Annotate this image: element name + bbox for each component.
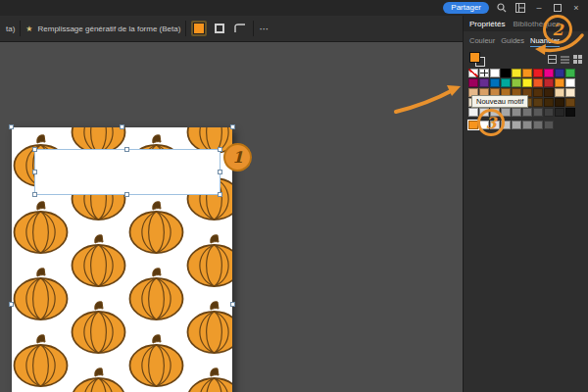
swatch[interactable]	[565, 78, 575, 87]
swatch[interactable]	[565, 98, 575, 107]
swatch[interactable]	[479, 78, 489, 87]
swatch[interactable]	[512, 108, 521, 117]
swatch[interactable]	[555, 69, 564, 77]
swatch[interactable]	[533, 69, 543, 77]
stroke-options-button[interactable]	[232, 21, 248, 36]
pattern-swatch[interactable]	[544, 121, 554, 129]
selection-handle[interactable]	[9, 124, 14, 129]
swatch[interactable]	[479, 69, 489, 77]
generative-fill-icon: ★	[25, 24, 32, 33]
annotation-step-3: 3	[477, 109, 505, 136]
divider	[20, 21, 21, 36]
list-view-icon[interactable]	[561, 55, 569, 64]
fill-color-button[interactable]	[191, 21, 207, 36]
restore-icon[interactable]	[552, 2, 564, 14]
tab-color[interactable]: Couleur	[469, 36, 495, 47]
grid-view-icon[interactable]	[573, 55, 582, 64]
annotation-step-2: 2	[543, 15, 572, 44]
swatch[interactable]	[533, 88, 543, 97]
minimize-icon[interactable]: –	[533, 2, 545, 14]
selection-handle[interactable]	[32, 192, 37, 197]
swatch-view-icons	[548, 55, 582, 64]
control-bar: ta) ★ Remplissage génératif de la forme …	[0, 16, 463, 42]
swatch[interactable]	[490, 78, 500, 87]
divider	[185, 21, 186, 36]
selection-handle[interactable]	[32, 147, 37, 152]
swatch[interactable]	[565, 108, 575, 117]
selection-handle[interactable]	[218, 192, 222, 197]
swatch[interactable]	[522, 78, 532, 87]
selection-handle[interactable]	[230, 124, 235, 129]
white-rectangle[interactable]	[34, 149, 220, 195]
swatch-toolbar	[464, 49, 588, 67]
swatch[interactable]	[512, 69, 521, 77]
swatch-grid	[464, 67, 588, 117]
pattern-swatch[interactable]	[522, 121, 532, 129]
swatch[interactable]	[565, 69, 575, 77]
stroke-color-button[interactable]	[212, 21, 227, 36]
artboard[interactable]	[12, 127, 232, 392]
swatch[interactable]	[468, 69, 478, 77]
tooltip: Nouveau motif	[471, 95, 528, 108]
divider	[253, 21, 254, 36]
swatch[interactable]	[522, 69, 532, 77]
pattern-swatch[interactable]	[512, 121, 521, 129]
swatch[interactable]	[468, 78, 478, 87]
swatch[interactable]	[501, 69, 511, 77]
selection-handle[interactable]	[218, 147, 222, 152]
fill-proxy	[469, 52, 480, 63]
swatch[interactable]	[565, 88, 575, 97]
selection-handle[interactable]	[218, 170, 222, 174]
swatch[interactable]	[468, 108, 478, 117]
generative-fill-label: Remplissage génératif de la forme (Beta)	[38, 24, 181, 33]
tab-properties[interactable]: Propriétés	[469, 20, 505, 27]
swatch[interactable]	[533, 78, 543, 87]
swatch[interactable]	[555, 78, 564, 87]
tab-guides[interactable]: Guides	[501, 36, 524, 47]
fill-color-chip	[193, 23, 205, 34]
main-area: ta) ★ Remplissage génératif de la forme …	[0, 16, 588, 392]
swatch[interactable]	[544, 108, 554, 117]
swatch[interactable]	[544, 98, 554, 107]
selection-handle[interactable]	[124, 147, 129, 152]
properties-panel: Propriétés Bibliothèques Couleur Guides …	[463, 16, 588, 392]
selection-handle[interactable]	[120, 124, 124, 129]
more-options-button[interactable]: ⋯	[259, 24, 269, 34]
stroke-color-chip	[215, 24, 224, 33]
canvas[interactable]	[0, 42, 463, 392]
swatch[interactable]	[490, 69, 500, 77]
annotation-step-1: 1	[223, 143, 252, 172]
swatch[interactable]	[533, 108, 543, 117]
selection-handle[interactable]	[32, 170, 37, 174]
workspace-switcher-icon[interactable]	[514, 2, 526, 14]
share-button[interactable]: Partager	[443, 2, 489, 14]
search-icon[interactable]	[496, 2, 508, 14]
swatch[interactable]	[501, 78, 511, 87]
selection-handle[interactable]	[9, 302, 14, 307]
swatch[interactable]	[555, 98, 564, 107]
fill-stroke-indicator[interactable]	[469, 52, 485, 66]
swatch-kinds-icon[interactable]	[548, 55, 557, 64]
swatch[interactable]	[555, 108, 564, 117]
swatch[interactable]	[544, 88, 554, 97]
selection-handle[interactable]	[230, 302, 235, 307]
swatch[interactable]	[544, 78, 554, 87]
clipped-dropdown[interactable]: ta)	[6, 24, 15, 33]
app-topbar: Partager – ×	[0, 0, 588, 16]
document-area: ta) ★ Remplissage génératif de la forme …	[0, 16, 463, 392]
close-icon[interactable]: ×	[570, 2, 582, 14]
selection-handle[interactable]	[124, 192, 129, 197]
swatch[interactable]	[533, 98, 543, 107]
swatch[interactable]	[522, 108, 532, 117]
swatch[interactable]	[555, 88, 564, 97]
swatch[interactable]	[512, 78, 521, 87]
swatch[interactable]	[544, 69, 554, 77]
pattern-swatch[interactable]	[533, 121, 543, 129]
